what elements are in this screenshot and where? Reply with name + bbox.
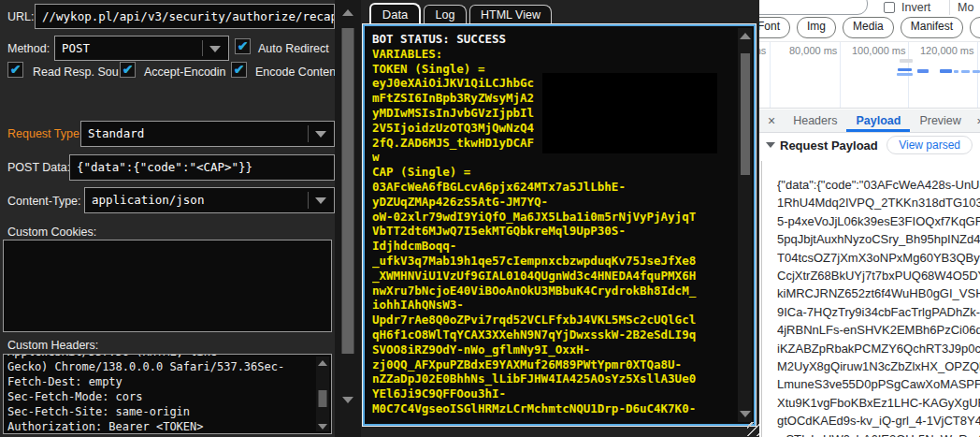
url-input[interactable]: //wykop.pl/api/v3/security/authorize/rec… bbox=[35, 4, 335, 29]
scrollbar-thumb[interactable] bbox=[741, 53, 750, 175]
request-type-dropdown[interactable]: Standard bbox=[80, 121, 335, 147]
tab-data[interactable]: Data bbox=[369, 3, 421, 24]
read-resp-checkbox[interactable]: ✔ bbox=[7, 62, 23, 78]
more-filters-label[interactable]: Mo bbox=[958, 1, 973, 14]
tab-preview[interactable]: Preview bbox=[910, 109, 970, 132]
bot-status-line: BOT STATUS: SUCCESS bbox=[372, 32, 730, 47]
scrollbar-thumb[interactable] bbox=[342, 28, 354, 354]
timeline-gridline bbox=[770, 42, 771, 108]
waterfall-bar[interactable] bbox=[973, 70, 980, 73]
filter-chip[interactable]: Manifest bbox=[901, 17, 963, 38]
payload-line: iKZABZpRbakPCMZY6QchRT3J9p0cB9I0t5 bbox=[777, 340, 980, 357]
network-timeline[interactable]: 60,000 ms 80,000 ms 100,000 ms 120,000 m… bbox=[759, 41, 980, 109]
payload-line: 5-p4xeVoJjL06k39esE3FIOQxf7KqGF1aF0S bbox=[777, 212, 980, 230]
header-line: Fetch-Dest: empty bbox=[7, 374, 314, 389]
accept-encoding-checkbox[interactable]: ✔ bbox=[120, 62, 136, 78]
scroll-down-icon[interactable] bbox=[342, 397, 353, 403]
close-icon[interactable]: × bbox=[759, 109, 784, 132]
header-line: Sec-Fetch-Site: same-origin bbox=[7, 404, 314, 419]
method-value: POST bbox=[62, 41, 90, 55]
waterfall-bar[interactable] bbox=[940, 69, 952, 73]
check-icon: ✔ bbox=[122, 62, 134, 77]
tab-log[interactable]: Log bbox=[424, 5, 467, 24]
bot-line: Updr7rAe8Q0oZPvi7rqd52VCLFfxbJ4VKL5MSc2c… bbox=[372, 313, 730, 328]
invert-label: Invert bbox=[901, 1, 930, 14]
disclosure-triangle-icon[interactable] bbox=[766, 142, 775, 148]
waterfall-bar[interactable] bbox=[917, 69, 929, 73]
scroll-up-icon[interactable] bbox=[342, 9, 353, 16]
method-dropdown[interactable]: POST bbox=[54, 36, 229, 61]
post-data-input[interactable]: {"data":{"code":"<CAP>"}} bbox=[69, 154, 335, 181]
auto-redirect-checkbox[interactable]: ✔ bbox=[235, 38, 251, 54]
bot-line: oW-02xlr79wdI9YiQfO_Ma6JX5Lba1i0m5rNjVyP… bbox=[372, 210, 730, 225]
waterfall-bar[interactable] bbox=[897, 73, 913, 76]
timeline-tick: 100,000 ms bbox=[852, 45, 905, 56]
filter-chip[interactable]: Font bbox=[759, 17, 790, 38]
request-detail-tabs: × Headers Payload Preview » bbox=[759, 109, 980, 133]
tab-overflow-icon[interactable]: » bbox=[971, 109, 980, 132]
scrollbar-thumb[interactable] bbox=[319, 390, 327, 407]
bot-line: YEl6Ji9C9QFFOou3hI- bbox=[372, 386, 730, 401]
headers-scrollbar[interactable] bbox=[316, 357, 329, 431]
filter-chip[interactable]: Media bbox=[843, 17, 894, 38]
payload-line: 5pqJbjtAuxhNyzoCSry_Bh95hpINZd4Ikzcl bbox=[777, 230, 980, 248]
tab-html-view[interactable]: HTML View bbox=[469, 5, 552, 24]
payload-line: 1RhU4Mdq2IVPQ_2TKKn318dTG103sLnK bbox=[777, 194, 980, 211]
content-type-label: Content-Type: bbox=[7, 195, 81, 208]
scroll-up-icon[interactable] bbox=[318, 360, 327, 366]
dropdown-separator bbox=[202, 40, 203, 56]
bot-line: _XWMHNViU1VzUf9GIAL0104QUgnWd3c4HNEDA4fq… bbox=[372, 269, 730, 284]
request-payload-header: Request Payload View parsed bbox=[759, 133, 980, 159]
timeline-tick: 120,000 ms bbox=[920, 45, 973, 56]
bot-line: VARIABLES: bbox=[372, 47, 730, 62]
view-parsed-button[interactable]: View parsed bbox=[886, 136, 973, 154]
request-type-label: Request Type: bbox=[7, 127, 82, 140]
invert-checkbox[interactable] bbox=[884, 2, 895, 13]
bot-line: SVOO8iRZ9OdY-nWo_gflmNy9I_OxxH- bbox=[372, 342, 730, 357]
payload-line: wSTIvIwHW0vhA6IE2OUr5NuWnRnrSTF bbox=[777, 430, 980, 437]
bot-line: 03AFcWeA6fBGLcvA6pjx624MTx7a5JlLbhE- bbox=[372, 180, 730, 195]
accept-encoding-label: Accept-Encodin bbox=[144, 66, 226, 79]
dropdown-separator bbox=[308, 192, 309, 209]
request-payload-body[interactable]: {"data":{"code":"03AFcWeA428s-UnU8LLu1Rh… bbox=[761, 161, 980, 437]
payload-line: {"data":{"code":"03AFcWeA428s-UnU8LLu bbox=[777, 176, 980, 194]
bot-data-content: BOT STATUS: SUCCESS VARIABLES:TOKEN (Sin… bbox=[367, 28, 736, 422]
payload-line: kiMRCJRNZ652zt6f4WuHB0gGI_VSH_K90 bbox=[777, 284, 980, 302]
network-filter-input[interactable] bbox=[759, 0, 868, 15]
dropdown-separator bbox=[308, 125, 309, 142]
waterfall-bar[interactable] bbox=[900, 59, 913, 63]
content-type-dropdown[interactable]: application/json bbox=[84, 187, 335, 213]
scroll-down-icon[interactable] bbox=[740, 411, 751, 417]
waterfall-bar[interactable] bbox=[954, 70, 958, 73]
encode-content-checkbox[interactable]: ✔ bbox=[231, 62, 247, 78]
bot-data-textbox[interactable]: BOT STATUS: SUCCESS VARIABLES:TOKEN (Sin… bbox=[363, 24, 756, 426]
waterfall-bar[interactable] bbox=[961, 70, 970, 73]
chevron-down-icon bbox=[315, 131, 326, 138]
payload-line: CcjXtrZ68BkUYj7t7bxPUQ68W4O5DYcdkS bbox=[777, 267, 980, 284]
method-label: Method: bbox=[7, 42, 50, 55]
payload-line: LmuneS3ve55D0pPSgCawXoMASPFCIA9t bbox=[777, 375, 980, 393]
waterfall-bar[interactable] bbox=[898, 68, 912, 71]
scroll-up-icon[interactable] bbox=[740, 33, 751, 39]
custom-headers-label: Custom Headers: bbox=[7, 339, 98, 352]
timeline-tick: 80,000 ms bbox=[789, 45, 837, 56]
header-line: Sec-Fetch-Mode: cors bbox=[7, 389, 314, 404]
tab-payload[interactable]: Payload bbox=[846, 109, 910, 132]
custom-headers-textarea[interactable]: AppleWebKit/537.36 (KHTML, likeGecko) Ch… bbox=[3, 354, 332, 434]
scroll-down-icon[interactable] bbox=[318, 424, 327, 430]
bot-line: CAP (Single) = bbox=[372, 165, 730, 180]
custom-cookies-textarea[interactable] bbox=[3, 240, 332, 332]
chevron-down-icon bbox=[315, 197, 326, 204]
payload-line: T04tcsOZ7jXmX3oNPxMg60YB3QByF7m4 bbox=[777, 249, 980, 267]
check-icon: ✔ bbox=[238, 38, 249, 53]
content-type-value: application/json bbox=[92, 193, 204, 207]
filter-chip[interactable]: Img bbox=[797, 17, 836, 38]
check-icon: ✔ bbox=[10, 62, 22, 77]
filter-chip[interactable]: Socket bbox=[970, 17, 980, 38]
tab-headers[interactable]: Headers bbox=[784, 109, 846, 132]
left-panel-scrollbar[interactable] bbox=[335, 0, 361, 437]
header-line: Authorization: Bearer <TOKEN> bbox=[7, 419, 314, 433]
bot-data-scrollbar[interactable] bbox=[738, 28, 752, 422]
bot-line: VbTT2dt6MJwQ7I5ekMTGQbkreMql9UpP30S- bbox=[372, 224, 730, 239]
bot-line: nZZaDpJ02E0BhhNs_lLibFJHW4IA425AOsYz5Xsl… bbox=[372, 371, 730, 386]
